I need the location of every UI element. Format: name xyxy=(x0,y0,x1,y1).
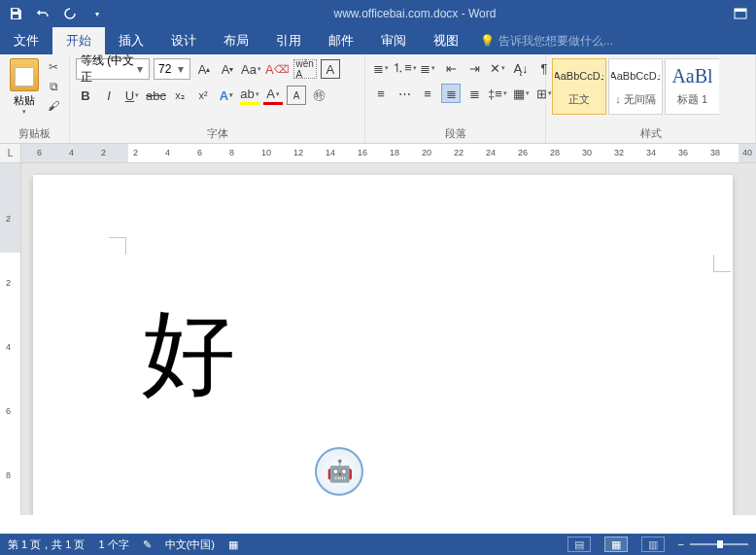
tab-references[interactable]: 引用 xyxy=(262,27,315,54)
style-nospacing[interactable]: AaBbCcDد ↓ 无间隔 xyxy=(608,58,663,115)
decrease-indent-button[interactable]: ⇤ xyxy=(441,58,461,78)
view-print-icon[interactable]: ▦ xyxy=(604,537,628,552)
svg-rect-1 xyxy=(13,15,18,18)
align-justify-button[interactable]: ≣ xyxy=(441,84,461,103)
cut-icon[interactable]: ✂ xyxy=(44,58,63,76)
undo-icon[interactable] xyxy=(33,4,52,23)
tab-layout[interactable]: 布局 xyxy=(210,27,262,54)
asian-layout-button[interactable]: ✕▾ xyxy=(488,58,507,78)
group-font: 等线 (中文正 ▾ 72 ▾ A▴ A▾ Aa▾ A⌫ wénA A B I U… xyxy=(70,54,365,143)
tell-me[interactable]: 💡 告诉我您想要做什么... xyxy=(480,27,613,54)
line-spacing-button[interactable]: ‡≡▾ xyxy=(488,84,507,103)
tab-file[interactable]: 文件 xyxy=(0,27,52,54)
format-painter-icon[interactable]: 🖌 xyxy=(44,97,63,115)
redo-icon[interactable] xyxy=(60,4,80,23)
phonetic-guide-button[interactable]: wénA xyxy=(293,59,317,79)
macro-icon[interactable]: ▦ xyxy=(228,538,238,551)
multilevel-button[interactable]: ≣▾ xyxy=(418,58,437,78)
group-label: 字体 xyxy=(76,124,359,141)
highlight-button[interactable]: ab▾ xyxy=(240,86,259,105)
bullets-button[interactable]: ≣▾ xyxy=(371,58,391,78)
sort-button[interactable]: Ą↓ xyxy=(511,58,531,78)
ribbon-tabs: 文件 开始 插入 设计 布局 引用 邮件 审阅 视图 💡 告诉我您想要做什么..… xyxy=(0,27,756,54)
char-border-button[interactable]: A xyxy=(321,59,340,79)
numbering-button[interactable]: ⒈≡▾ xyxy=(395,58,414,78)
shrink-font-button[interactable]: A▾ xyxy=(218,59,237,79)
text-effects-button[interactable]: A▾ xyxy=(217,86,236,105)
italic-button[interactable]: I xyxy=(99,86,119,105)
style-heading1[interactable]: AaBl 标题 1 xyxy=(665,58,719,115)
group-styles: AaBbCcDد 正文 AaBbCcDد ↓ 无间隔 AaBl 标题 1 样式 xyxy=(546,54,756,143)
group-clipboard: 粘贴 ▾ ✂ ⧉ 🖌 剪贴板 xyxy=(0,54,70,143)
subscript-button[interactable]: x₂ xyxy=(170,86,189,105)
group-label: 样式 xyxy=(552,124,749,141)
superscript-button[interactable]: x² xyxy=(193,86,213,105)
font-name-combo[interactable]: 等线 (中文正 ▾ xyxy=(76,58,150,80)
increase-indent-button[interactable]: ⇥ xyxy=(464,58,484,78)
lightbulb-icon: 💡 xyxy=(480,34,495,48)
tab-home[interactable]: 开始 xyxy=(52,27,105,54)
zoom-control[interactable]: − xyxy=(678,538,748,550)
group-paragraph: ≣▾ ⒈≡▾ ≣▾ ⇤ ⇥ ✕▾ Ą↓ ¶ ≡ ⋯ ≡ ≣ ≣ ‡≡▾ ▦▾ ⊞… xyxy=(365,54,546,143)
robot-icon: 🤖 xyxy=(326,459,353,484)
bold-button[interactable]: B xyxy=(76,86,95,105)
tab-selector[interactable]: L xyxy=(0,144,21,162)
ribbon: 粘贴 ▾ ✂ ⧉ 🖌 剪贴板 等线 (中文正 ▾ 72 ▾ A xyxy=(0,54,756,144)
font-color-button[interactable]: A▾ xyxy=(263,86,283,105)
tab-review[interactable]: 审阅 xyxy=(367,27,420,54)
status-words[interactable]: 1 个字 xyxy=(98,538,128,552)
tab-insert[interactable]: 插入 xyxy=(105,27,157,54)
proofing-icon[interactable]: ✎ xyxy=(143,538,152,551)
align-left-button[interactable]: ≡ xyxy=(371,84,391,103)
window-title: www.officebai.com.docx - Word xyxy=(113,7,717,20)
work-area: 22468 好 🤖 xyxy=(0,163,756,515)
ribbon-display-icon[interactable] xyxy=(731,4,750,23)
title-bar: ▾ www.officebai.com.docx - Word xyxy=(0,0,756,27)
ruler-row: L 64224681012141618202224262830323436384… xyxy=(0,144,756,163)
save-icon[interactable] xyxy=(6,4,25,23)
style-normal[interactable]: AaBbCcDد 正文 xyxy=(552,58,606,115)
tab-mailings[interactable]: 邮件 xyxy=(315,27,367,54)
status-lang[interactable]: 中文(中国) xyxy=(165,538,215,552)
enclose-char-button[interactable]: ㊕ xyxy=(310,86,329,105)
svg-rect-3 xyxy=(735,9,746,12)
char-shading-button[interactable]: A xyxy=(287,86,306,105)
align-center-button[interactable]: ⋯ xyxy=(395,84,414,103)
chevron-down-icon: ▾ xyxy=(174,59,188,79)
status-page[interactable]: 第 1 页，共 1 页 xyxy=(8,538,85,552)
group-label: 剪贴板 xyxy=(6,124,63,141)
document-text[interactable]: 好 xyxy=(142,292,235,418)
align-right-button[interactable]: ≡ xyxy=(418,84,437,103)
view-web-icon[interactable]: ▥ xyxy=(641,537,665,552)
vertical-ruler[interactable]: 22468 xyxy=(0,163,21,515)
tab-view[interactable]: 视图 xyxy=(420,27,472,54)
horizontal-ruler[interactable]: 642246810121416182022242628303234363840 xyxy=(21,144,756,162)
distributed-button[interactable]: ≣ xyxy=(464,84,484,103)
view-read-icon[interactable]: ▤ xyxy=(567,537,591,552)
font-size-combo[interactable]: 72 ▾ xyxy=(154,58,190,80)
change-case-button[interactable]: Aa▾ xyxy=(241,59,261,79)
paste-icon xyxy=(10,58,39,91)
qat-dropdown-icon[interactable]: ▾ xyxy=(87,4,107,23)
clear-format-button[interactable]: A⌫ xyxy=(265,59,290,79)
strike-button[interactable]: abc xyxy=(146,86,166,105)
shading-button[interactable]: ▦▾ xyxy=(511,84,531,103)
status-bar: 第 1 页，共 1 页 1 个字 ✎ 中文(中国) ▦ ▤ ▦ ▥ − xyxy=(0,534,756,555)
copy-icon[interactable]: ⧉ xyxy=(44,78,63,95)
assistant-avatar[interactable]: 🤖 xyxy=(315,447,363,496)
group-label: 段落 xyxy=(371,124,539,141)
tab-design[interactable]: 设计 xyxy=(157,27,210,54)
zoom-out-icon[interactable]: − xyxy=(678,538,684,550)
underline-button[interactable]: U▾ xyxy=(122,86,142,105)
paste-button[interactable]: 粘贴 ▾ xyxy=(6,58,42,116)
document-scroll[interactable]: 好 🤖 xyxy=(21,163,756,515)
svg-rect-0 xyxy=(13,9,17,12)
chevron-down-icon: ▾ xyxy=(133,59,147,79)
grow-font-button[interactable]: A▴ xyxy=(194,59,214,79)
page[interactable]: 好 🤖 xyxy=(33,175,733,515)
